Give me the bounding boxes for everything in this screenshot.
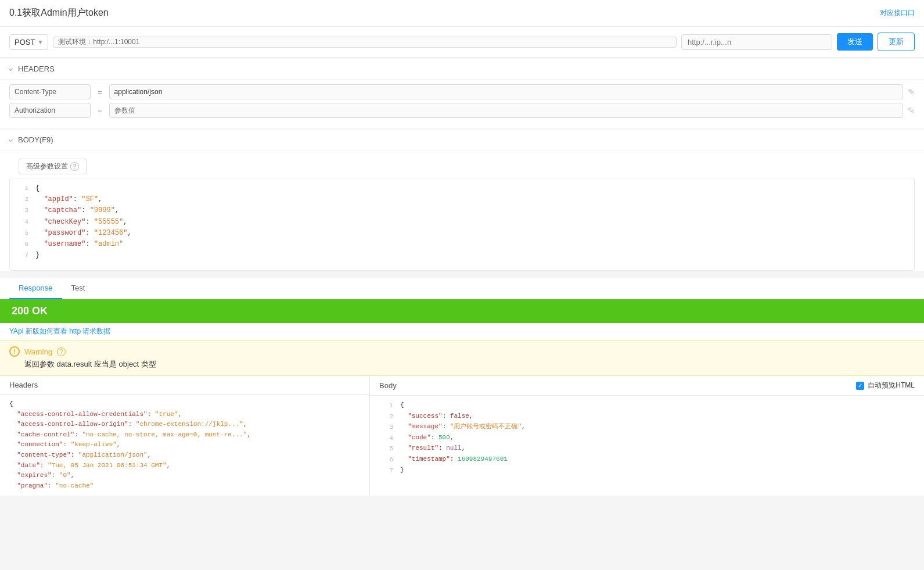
header-row-content-type: = ✎ — [9, 84, 915, 99]
headers-section: HEADERS = ✎ = ✎ — [0, 59, 924, 128]
edit-icon-content-type[interactable]: ✎ — [908, 87, 915, 96]
response-body-col: Body 自动预览HTML 1 { 2 "success": false, — [370, 376, 924, 496]
headers-col-title: Headers — [9, 381, 38, 389]
header-key-content-type[interactable] — [9, 84, 91, 99]
warning-message: 返回参数 data.result 应当是 object 类型 — [9, 359, 915, 370]
headers-label: HEADERS — [18, 64, 55, 73]
body-chevron-icon — [9, 138, 13, 142]
body-section: BODY(F9) 高级参数设置 ? 1 { 2 "appId": "SF", 3… — [0, 130, 924, 271]
body-section-header[interactable]: BODY(F9) — [0, 130, 924, 150]
page-title: 0.1获取Admin用户token — [9, 7, 109, 19]
tab-response[interactable]: Response — [9, 278, 62, 299]
code-line-4: 4 "checkKey": "55555", — [15, 217, 909, 228]
warning-icon: ! — [9, 346, 20, 357]
tabs-bar: Response Test — [0, 278, 924, 299]
advanced-params-button[interactable]: 高级参数设置 ? — [19, 159, 87, 174]
header-key-authorization[interactable] — [9, 103, 91, 118]
headers-section-header[interactable]: HEADERS — [0, 59, 924, 80]
code-line-2: 2 "appId": "SF", — [15, 194, 909, 205]
response-body-content: 1 { 2 "success": false, 3 "message": "用户… — [370, 396, 924, 481]
response-headers-col: Headers { "access-control-allow-credenti… — [0, 376, 370, 496]
auto-render-toggle[interactable]: 自动预览HTML — [856, 381, 915, 390]
body-label: BODY(F9) — [18, 135, 53, 144]
auth-input[interactable] — [681, 34, 832, 50]
response-body-area: Headers { "access-control-allow-credenti… — [0, 376, 924, 496]
response-headers-content: { "access-control-allow-credentials": "t… — [0, 395, 369, 496]
url-display: 测试环境：http:/...1:10001 — [58, 37, 139, 47]
update-button[interactable]: 更新 — [878, 33, 915, 51]
main-container: 0.1获取Admin用户token 对应接口口 POST ▼ 测试环境：http… — [0, 0, 924, 570]
headers-chevron-icon — [9, 67, 13, 71]
edit-icon-authorization[interactable]: ✎ — [908, 106, 915, 115]
help-icon: ? — [70, 162, 79, 171]
headers-table: = ✎ = ✎ — [0, 80, 924, 128]
code-editor[interactable]: 1 { 2 "appId": "SF", 3 "captcha": "9999"… — [9, 178, 915, 271]
yapi-link[interactable]: YApi 新版如何查看 http 请求数据 — [0, 323, 924, 340]
method-select[interactable]: POST ▼ — [9, 34, 48, 50]
interface-link[interactable]: 对应接口口 — [880, 8, 915, 18]
response-area: Response Test 200 OK YApi 新版如何查看 http 请求… — [0, 278, 924, 496]
code-line-6: 6 "username": "admin" — [15, 239, 909, 250]
header-val-content-type[interactable] — [109, 84, 903, 99]
warning-help-icon: ? — [57, 347, 66, 356]
request-bar: POST ▼ 测试环境：http:/...1:10001 发送 更新 — [0, 27, 924, 58]
code-line-7: 7 } — [15, 250, 909, 261]
code-line-5: 5 "password": "123456", — [15, 228, 909, 239]
send-button[interactable]: 发送 — [837, 33, 873, 51]
auto-render-checkbox[interactable] — [856, 382, 864, 390]
code-line-1: 1 { — [15, 183, 909, 194]
tab-test[interactable]: Test — [62, 278, 95, 299]
title-bar: 0.1获取Admin用户token 对应接口口 — [0, 0, 924, 27]
code-line-3: 3 "captcha": "9999", — [15, 205, 909, 216]
body-col-title: Body — [379, 381, 397, 390]
status-badge: 200 OK — [0, 299, 924, 323]
header-val-authorization[interactable] — [109, 103, 903, 118]
warning-box: ! Warning ? 返回参数 data.result 应当是 object … — [0, 340, 924, 376]
header-row-authorization: = ✎ — [9, 103, 915, 118]
